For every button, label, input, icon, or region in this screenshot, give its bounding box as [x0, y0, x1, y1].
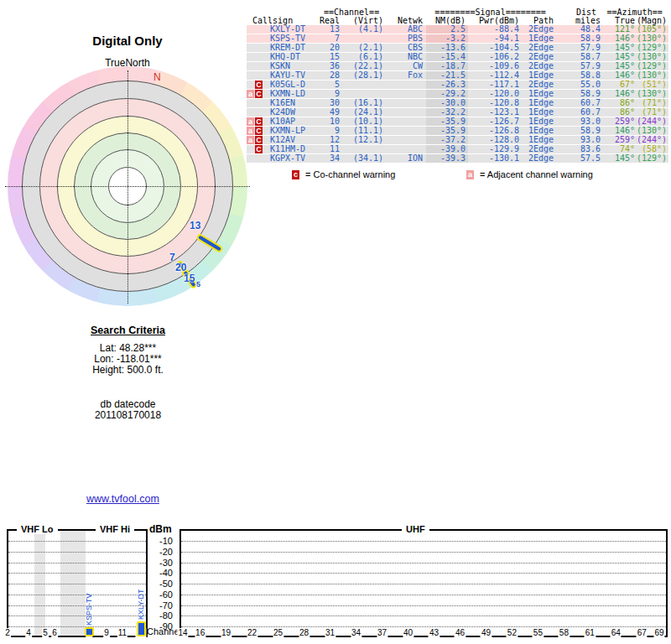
network-cell: Fox — [383, 71, 426, 80]
signal-bar-KSPS-TV — [85, 627, 94, 636]
warn-cochannel-cell — [255, 154, 264, 164]
table-row: aCK10AP10(10.1)-35.9-126.71Edge93.0259°(… — [247, 117, 668, 127]
gridline — [181, 605, 666, 606]
tvfool-link[interactable]: www.tvfool.com — [86, 493, 159, 505]
gridline — [181, 552, 666, 553]
gridline — [8, 595, 146, 595]
path-cell: 1Edge — [519, 108, 554, 117]
network-cell — [383, 117, 426, 127]
warn-adjacent-cell — [247, 99, 255, 108]
azimuth-magn-cell: (130°) — [635, 127, 668, 136]
path-cell: 1Edge — [519, 90, 554, 99]
gridline — [181, 626, 666, 627]
adjacent-warning-icon: a — [247, 90, 254, 98]
x-tick-label: 69 — [653, 628, 664, 637]
azimuth-true-cell: 86° — [601, 108, 635, 117]
network-cell — [383, 108, 426, 117]
azimuth-true-cell: 146° — [601, 71, 635, 80]
azimuth-magn-cell: (58°) — [635, 145, 668, 154]
network-cell: NBC — [383, 53, 426, 62]
real-channel-cell: 9 — [320, 127, 340, 136]
radar-channel-label-7: 7 — [169, 252, 175, 263]
signal-table-body: KXLY-DT13(4.1)ABC2.5-88.42Edge48.4121°(1… — [247, 25, 668, 164]
x-tick-label: 28 — [299, 628, 309, 637]
nm-cell: -18.7 — [426, 62, 468, 71]
table-row: CK05GL-D5-26.3-117.12Edge55.067°(51°) — [247, 80, 668, 90]
virtual-channel-cell — [340, 80, 383, 90]
power-cell: -104.5 — [468, 44, 519, 53]
table-row: K16EN30(16.1)-30.0-120.81Edge60.786°(71°… — [247, 99, 668, 108]
callsign-cell: KSPS-TV — [264, 34, 320, 44]
warn-cochannel-cell: C — [255, 90, 264, 99]
warn-cochannel-cell — [255, 53, 264, 62]
azimuth-magn-cell: (129°) — [635, 44, 668, 53]
adjacent-warning-icon: a — [466, 170, 474, 179]
table-row: CK11HM-D11-39.0-129.92Edge83.674°(58°) — [247, 145, 668, 154]
virtual-channel-cell: (34.1) — [340, 154, 383, 164]
network-cell: ION — [383, 154, 426, 164]
x-tick-label: 67 — [637, 628, 648, 637]
warn-cochannel-cell — [255, 108, 264, 117]
y-axis-unit-label: dBm — [149, 523, 172, 535]
nm-cell: -37.2 — [426, 136, 468, 145]
path-cell: 1Edge — [519, 127, 554, 136]
power-cell: -126.7 — [468, 117, 519, 127]
distance-cell: 48.4 — [554, 25, 601, 34]
radar-channel-label-20: 20 — [175, 262, 186, 273]
magnetic-north-label: N — [153, 71, 161, 83]
cochannel-warning-icon: C — [255, 145, 263, 153]
virtual-channel-cell — [340, 145, 383, 154]
table-row: KXLY-DT13(4.1)ABC2.5-88.42Edge48.4121°(1… — [247, 25, 668, 34]
azimuth-true-cell: 145° — [601, 154, 635, 164]
real-channel-cell: 10 — [320, 117, 340, 127]
y-tick-label: -20 — [146, 547, 173, 557]
search-criteria-title: Search Criteria — [55, 325, 201, 336]
x-tick-label: 49 — [481, 628, 492, 637]
table-row: KGPX-TV34(34.1)ION-39.3-130.12Edge57.514… — [247, 154, 668, 164]
azimuth-true-cell: 86° — [601, 99, 635, 108]
signal-table: ==Channel== ========Signal======== Dist … — [247, 8, 668, 164]
x-tick-label: 58 — [559, 628, 570, 637]
x-tick-label: 16 — [195, 628, 205, 637]
azimuth-magn-cell: (129°) — [635, 154, 668, 164]
radar-title: Digital Only — [52, 34, 203, 48]
real-channel-cell: 15 — [320, 53, 340, 62]
x-tick-label: 9 — [103, 628, 110, 637]
callsign-cell: KHQ-DT — [264, 53, 320, 62]
warn-cochannel-cell — [255, 44, 264, 53]
warn-cochannel-cell — [255, 71, 264, 80]
radar-crosshair-horizontal — [5, 186, 250, 187]
callsign-cell: K24DW — [264, 108, 320, 117]
table-row: aCKXMN-LP9(11.1)-35.9-126.81Edge58.9146°… — [247, 127, 668, 136]
path-cell: 2Edge — [519, 62, 554, 71]
nm-cell: 2.5 — [426, 25, 468, 34]
height-value: Height: 500.0 ft. — [55, 365, 201, 376]
gridline — [181, 541, 666, 542]
distance-cell: 57.9 — [554, 62, 601, 71]
real-channel-cell: 20 — [320, 44, 340, 53]
virtual-channel-cell — [340, 34, 383, 44]
power-cell: -130.1 — [468, 154, 519, 164]
real-channel-cell: 11 — [320, 145, 340, 154]
distance-cell: 57.5 — [554, 154, 601, 164]
network-cell: PBS — [383, 34, 426, 44]
tvfool-report-page: Digital Only TrueNorth N 13 7 20 15 5 ==… — [0, 0, 671, 644]
azimuth-true-cell: 145° — [601, 44, 635, 53]
gridline — [8, 541, 146, 542]
path-cell: 1Edge — [519, 117, 554, 127]
azimuth-magn-cell: (71°) — [635, 108, 668, 117]
callsign-cell: K11HM-D — [264, 145, 320, 154]
virtual-channel-cell: (16.1) — [340, 99, 383, 108]
path-cell: 2Edge — [519, 53, 554, 62]
distance-cell: 58.8 — [554, 71, 601, 80]
azimuth-true-cell: 259° — [601, 136, 635, 145]
bar-label-KXLY-DT: KXLY-DT — [136, 569, 146, 620]
adjacent-legend: a = Adjacent channel warning — [466, 169, 593, 179]
path-cell: 1Edge — [519, 136, 554, 145]
real-channel-cell: 9 — [320, 90, 340, 99]
y-tick-label: -10 — [146, 536, 173, 546]
path-cell: 1Edge — [519, 71, 554, 80]
cochannel-warning-icon: C — [255, 127, 263, 135]
y-tick-label: -40 — [146, 568, 173, 578]
table-row: KSKN36(22.1)CW-18.7-109.62Edge57.9145°(1… — [247, 62, 668, 71]
